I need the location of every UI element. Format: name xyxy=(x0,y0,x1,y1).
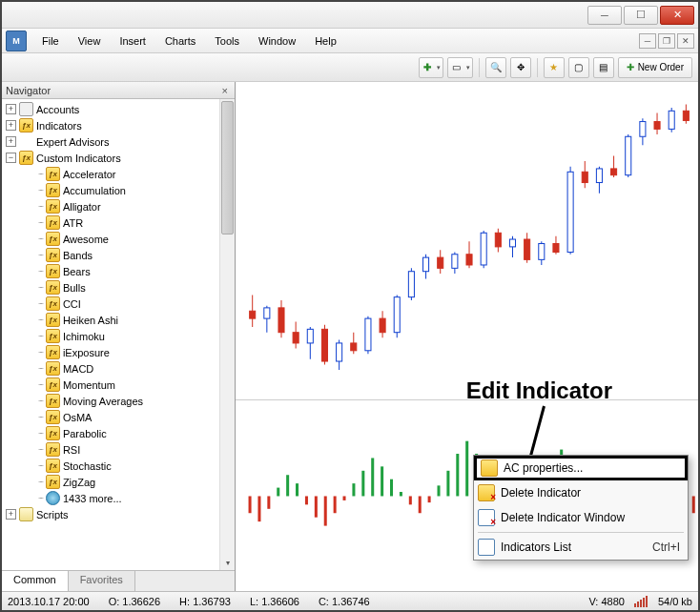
tree-item[interactable]: ····ƒxiExposure xyxy=(2,344,219,360)
navigator-panel: Navigator × +Accounts+ƒxIndicators+Exper… xyxy=(2,82,236,591)
tree-item[interactable]: ····ƒxBears xyxy=(2,263,219,279)
tree-item[interactable]: ····ƒxMACD xyxy=(2,360,219,377)
menu-item-delete-window[interactable]: Delete Indicator Window xyxy=(474,505,688,530)
tree-item-label: Custom Indicators xyxy=(36,153,121,164)
menu-item-indicators-list[interactable]: Indicators List Ctrl+I xyxy=(474,535,688,560)
tree-item[interactable]: ····ƒxATR xyxy=(2,214,219,231)
tree-item[interactable]: ····ƒxStochastic xyxy=(2,458,219,474)
tree-scrollbar[interactable]: ▴ ▾ xyxy=(219,99,235,570)
menu-help[interactable]: Help xyxy=(305,31,346,51)
window-button[interactable]: ▢ xyxy=(568,57,589,78)
fx-icon: ƒx xyxy=(46,264,60,278)
mdi-minimize-button[interactable]: ─ xyxy=(639,33,656,49)
svg-rect-31 xyxy=(466,255,472,265)
tree-item[interactable]: +Scripts xyxy=(2,506,219,522)
menu-insert[interactable]: Insert xyxy=(110,31,155,51)
menu-file[interactable]: File xyxy=(32,31,69,51)
svg-rect-49 xyxy=(596,169,602,183)
menu-shortcut: Ctrl+I xyxy=(652,541,680,554)
tree-item[interactable]: ····ƒxMomentum xyxy=(2,377,219,393)
mdi-restore-button[interactable]: ❐ xyxy=(658,33,675,49)
menu-window[interactable]: Window xyxy=(249,31,305,51)
scroll-thumb[interactable] xyxy=(221,101,234,235)
svg-rect-27 xyxy=(438,257,443,268)
menu-item-label: AC properties... xyxy=(504,461,583,475)
minimize-button[interactable]: ─ xyxy=(587,6,622,25)
navigator-close-button[interactable]: × xyxy=(219,85,231,96)
svg-rect-29 xyxy=(452,255,458,269)
tree-item-label: Heiken Ashi xyxy=(63,315,118,326)
tree-item[interactable]: +ƒxIndicators xyxy=(2,117,219,133)
fx-icon: ƒx xyxy=(46,167,60,181)
window-icon: ▢ xyxy=(574,62,583,72)
add-button[interactable]: ✚ xyxy=(419,57,443,78)
tree-item[interactable]: ····ƒxAccumulation xyxy=(2,182,219,198)
tree-item[interactable]: ····ƒxMoving Averages xyxy=(2,393,219,409)
expert-icon xyxy=(19,134,33,149)
template-button[interactable]: ▤ xyxy=(593,57,614,78)
status-open: O: 1.36626 xyxy=(109,596,160,607)
tree-item[interactable]: ····ƒxAlligator xyxy=(2,198,219,214)
chart-area[interactable]: Edit Indicator AC properties... Delete I… xyxy=(236,82,698,591)
tree-item-label: ZigZag xyxy=(63,477,95,488)
tree-item[interactable]: ····ƒxAwesome xyxy=(2,231,219,247)
tree-item-label: Parabolic xyxy=(63,428,107,439)
tab-favorites[interactable]: Favorites xyxy=(69,571,135,591)
annotation-label: Edit Indicator xyxy=(466,377,612,404)
menu-item-delete-indicator[interactable]: Delete Indicator xyxy=(474,480,688,505)
status-datetime: 2013.10.17 20:00 xyxy=(8,596,90,607)
menu-item-properties[interactable]: AC properties... xyxy=(474,456,688,480)
svg-rect-1 xyxy=(250,311,256,318)
close-button[interactable]: ✕ xyxy=(660,6,694,25)
tree-item[interactable]: ····ƒxAccelerator xyxy=(2,166,219,182)
mdi-close-button[interactable]: ✕ xyxy=(677,33,694,49)
menu-tools[interactable]: Tools xyxy=(205,31,249,51)
favorite-button[interactable]: ★ xyxy=(544,57,565,78)
tree-item-label: Scripts xyxy=(36,509,69,520)
tree-item[interactable]: +Accounts xyxy=(2,101,219,117)
fx-icon: ƒx xyxy=(46,183,60,197)
menubar: M File View Insert Charts Tools Window H… xyxy=(2,29,698,53)
maximize-button[interactable]: ☐ xyxy=(624,6,658,25)
tree-item[interactable]: ····1433 more... xyxy=(2,490,219,506)
svg-rect-7 xyxy=(293,333,299,343)
fx-icon: ƒx xyxy=(46,199,60,214)
zoom-button[interactable]: 🔍 xyxy=(485,57,506,78)
svg-rect-19 xyxy=(380,318,385,333)
tree-item[interactable]: ····ƒxParabolic xyxy=(2,425,219,441)
menu-charts[interactable]: Charts xyxy=(155,31,205,51)
connection-bars-icon xyxy=(634,596,649,607)
navigator-tree[interactable]: +Accounts+ƒxIndicators+Expert Advisors−ƒ… xyxy=(2,99,235,570)
tree-item[interactable]: ····ƒxCCI xyxy=(2,296,219,312)
fx-delete-icon xyxy=(478,484,495,501)
svg-rect-21 xyxy=(394,297,400,333)
profile-button[interactable]: ▭ xyxy=(447,57,473,78)
new-order-button[interactable]: ✚New Order xyxy=(618,57,692,78)
tree-item[interactable]: +Expert Advisors xyxy=(2,133,219,150)
menu-view[interactable]: View xyxy=(69,31,111,51)
navigator-title-label: Navigator xyxy=(6,85,51,96)
tree-item[interactable]: ····ƒxRSI xyxy=(2,441,219,458)
tree-item[interactable]: ····ƒxZigZag xyxy=(2,474,219,490)
magnifier-icon: 🔍 xyxy=(490,62,502,72)
tree-item-label: Expert Advisors xyxy=(36,136,109,148)
svg-rect-37 xyxy=(509,239,515,247)
accounts-icon xyxy=(19,102,33,116)
fx-icon: ƒx xyxy=(46,345,60,359)
fx-icon xyxy=(481,459,498,477)
scroll-down-button[interactable]: ▾ xyxy=(220,555,235,570)
tree-item[interactable]: −ƒxCustom Indicators xyxy=(2,150,219,166)
fx-icon: ƒx xyxy=(46,377,60,392)
tree-item[interactable]: ····ƒxOsMA xyxy=(2,409,219,425)
tree-item[interactable]: ····ƒxIchimoku xyxy=(2,328,219,344)
svg-rect-51 xyxy=(611,169,617,175)
tab-common[interactable]: Common xyxy=(2,571,69,591)
list-icon xyxy=(478,539,495,556)
tree-item[interactable]: ····ƒxHeiken Ashi xyxy=(2,312,219,328)
menu-item-label: Delete Indicator Window xyxy=(501,511,625,524)
tree-item[interactable]: ····ƒxBands xyxy=(2,247,219,263)
crosshair-button[interactable]: ✥ xyxy=(510,57,531,78)
fx-icon: ƒx xyxy=(46,296,60,311)
tree-item[interactable]: ····ƒxBulls xyxy=(2,279,219,296)
tree-item-label: Bands xyxy=(63,250,93,261)
